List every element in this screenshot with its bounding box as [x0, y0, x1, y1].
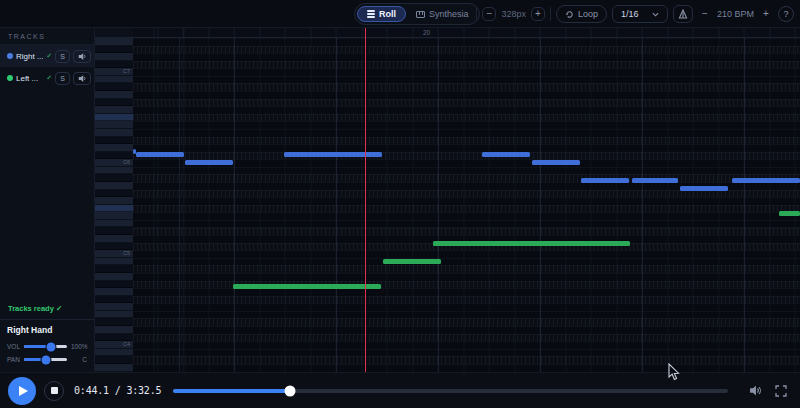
piano-key[interactable] — [95, 197, 133, 205]
piano-key[interactable]: C6 — [95, 159, 133, 167]
piano-key[interactable] — [95, 137, 133, 145]
metronome-button[interactable] — [673, 5, 693, 23]
timeline-ruler[interactable]: 20 — [133, 28, 800, 38]
piano-key[interactable]: C5 — [95, 250, 133, 258]
piano-key[interactable] — [95, 46, 133, 54]
piano-key[interactable] — [95, 311, 133, 319]
midi-note-right[interactable] — [532, 160, 580, 165]
midi-note-right[interactable] — [136, 152, 184, 157]
piano-key[interactable] — [95, 235, 133, 243]
piano-key[interactable]: C7 — [95, 68, 133, 76]
piano-key[interactable] — [95, 190, 133, 198]
synthesia-tab[interactable]: Synthesia — [408, 6, 477, 22]
midi-note-right[interactable] — [482, 152, 530, 157]
black-key-row-stripe — [133, 205, 800, 213]
piano-key[interactable] — [95, 83, 133, 91]
piano-key[interactable]: C4 — [95, 341, 133, 349]
loop-icon — [565, 10, 574, 19]
midi-note-left[interactable] — [383, 259, 441, 264]
piano-key[interactable] — [95, 273, 133, 281]
piano-key[interactable] — [95, 288, 133, 296]
piano-key[interactable] — [95, 212, 133, 220]
piano-key[interactable] — [95, 228, 133, 236]
volume-slider-thumb[interactable] — [46, 342, 55, 351]
solo-button[interactable]: S — [55, 50, 70, 63]
fullscreen-button[interactable] — [770, 382, 792, 400]
piano-key[interactable] — [95, 38, 133, 46]
piano-key[interactable] — [95, 364, 133, 372]
tracks-ready-status: Tracks ready ✓ — [0, 299, 94, 319]
piano-key[interactable] — [95, 205, 133, 213]
track-ready-check-icon: ✓ — [46, 52, 52, 60]
seek-bar[interactable] — [173, 389, 728, 393]
track-ready-check-icon: ✓ — [46, 74, 52, 82]
bpm-increase-button[interactable]: + — [759, 7, 773, 21]
piano-key[interactable] — [95, 318, 133, 326]
roll-tab-label: Roll — [379, 9, 396, 19]
piano-key[interactable] — [95, 114, 133, 122]
piano-key[interactable] — [95, 144, 133, 152]
volume-button[interactable] — [744, 382, 766, 400]
piano-key[interactable] — [95, 258, 133, 266]
midi-note-left[interactable] — [233, 284, 381, 289]
black-key-row-stripe — [133, 228, 800, 236]
play-button[interactable] — [8, 377, 36, 405]
bpm-value: 210 BPM — [717, 9, 754, 19]
solo-button[interactable]: S — [55, 72, 70, 85]
piano-key[interactable] — [95, 220, 133, 228]
piano-key[interactable] — [95, 265, 133, 273]
zoom-out-button[interactable]: − — [482, 7, 496, 21]
black-key-row-stripe — [133, 174, 800, 182]
midi-note-right[interactable] — [632, 178, 678, 183]
midi-note-right[interactable] — [732, 178, 800, 183]
piano-key[interactable] — [95, 152, 133, 160]
roll-tab[interactable]: Roll — [357, 6, 406, 22]
piano-key[interactable] — [95, 174, 133, 182]
piano-key[interactable] — [95, 334, 133, 342]
piano-key[interactable] — [95, 281, 133, 289]
piano-key[interactable] — [95, 303, 133, 311]
piano-key[interactable] — [95, 61, 133, 69]
midi-note-right[interactable] — [680, 186, 728, 191]
zoom-in-button[interactable]: + — [531, 7, 545, 21]
seek-bar-thumb[interactable] — [284, 385, 295, 396]
track-row-left-hand[interactable]: Left ... ✓ S — [0, 67, 94, 89]
selected-track-name: Right Hand — [7, 325, 87, 335]
piano-key[interactable] — [95, 182, 133, 190]
piano-key[interactable] — [95, 326, 133, 334]
black-key-row-stripe — [133, 334, 800, 342]
playhead[interactable] — [365, 28, 367, 372]
midi-note-left[interactable] — [433, 241, 630, 246]
piano-key[interactable] — [95, 91, 133, 99]
loop-button[interactable]: Loop — [556, 5, 607, 23]
midi-note-right[interactable] — [284, 152, 382, 157]
piano-key[interactable] — [95, 106, 133, 114]
note-grid[interactable] — [133, 38, 800, 372]
piano-key[interactable] — [95, 129, 133, 137]
track-row-right-hand[interactable]: Right ... ✓ S — [0, 45, 94, 67]
piano-key[interactable] — [95, 53, 133, 61]
pan-slider[interactable] — [24, 358, 67, 361]
piano-key[interactable] — [95, 349, 133, 357]
help-button[interactable]: ? — [778, 6, 794, 22]
piano-key[interactable] — [95, 99, 133, 107]
piano-key[interactable] — [95, 296, 133, 304]
piano-key[interactable] — [95, 76, 133, 84]
bpm-decrease-button[interactable]: − — [698, 7, 712, 21]
piano-key[interactable] — [95, 356, 133, 364]
stop-button[interactable] — [44, 381, 64, 401]
midi-note-right[interactable] — [185, 160, 233, 165]
mute-button[interactable] — [73, 50, 91, 63]
pan-slider-thumb[interactable] — [41, 355, 50, 364]
piano-key[interactable] — [95, 167, 133, 175]
octave-label: C4 — [123, 341, 130, 348]
piano-keys-column[interactable]: C7C6C5C4 — [95, 38, 133, 372]
grid-division-select[interactable]: 1/16 — [612, 5, 668, 23]
piano-key[interactable] — [95, 121, 133, 129]
piano-key[interactable] — [95, 243, 133, 251]
play-icon — [19, 386, 28, 396]
midi-note-right[interactable] — [581, 178, 629, 183]
midi-note-left[interactable] — [779, 211, 800, 216]
volume-slider[interactable] — [24, 345, 67, 348]
mute-button[interactable] — [73, 72, 91, 85]
